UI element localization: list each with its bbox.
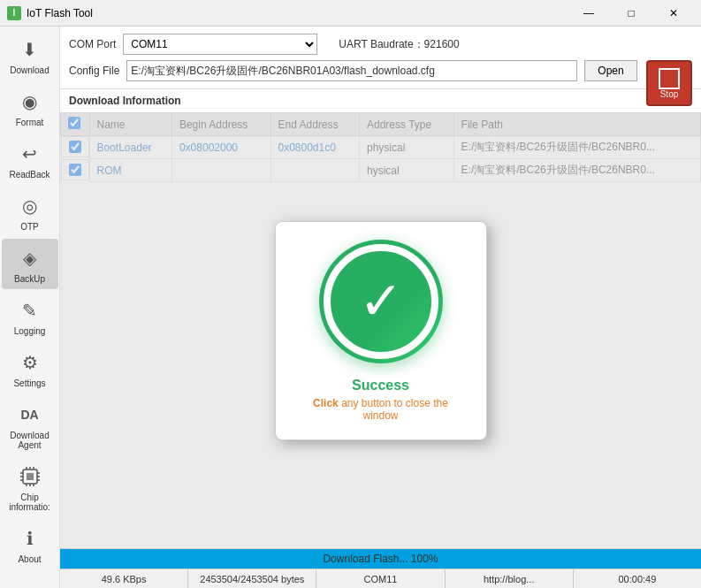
com-port-label: COM Port xyxy=(69,38,116,50)
window-title: IoT Flash Tool xyxy=(27,7,568,19)
stop-icon xyxy=(659,68,680,89)
progress-bar-container: Download Flash... 100% xyxy=(60,549,701,569)
config-area: COM Port COM11 UART Baudrate：921600 Conf… xyxy=(60,27,701,89)
close-button[interactable]: ✕ xyxy=(653,0,694,27)
sidebar-label-da: DownloadAgent xyxy=(10,431,49,450)
com-port-select[interactable]: COM11 xyxy=(123,34,317,55)
stop-inner-square xyxy=(660,70,678,88)
sidebar-label-about: About xyxy=(18,554,41,564)
readback-icon: ↩ xyxy=(16,140,44,168)
window-controls: — □ ✕ xyxy=(568,0,694,27)
status-port: COM11 xyxy=(316,569,445,588)
open-button[interactable]: Open xyxy=(584,60,637,81)
table-container: Name Begin Address End Address Address T… xyxy=(60,112,701,548)
logging-icon: ✎ xyxy=(16,296,44,325)
sidebar-item-download[interactable]: ⬇ Download xyxy=(2,30,58,80)
sidebar: ⬇ Download ◉ Format ↩ ReadBack ◎ OTP ◈ B… xyxy=(0,27,60,588)
minimize-button[interactable]: — xyxy=(568,0,609,27)
progress-text: Download Flash... 100% xyxy=(60,549,701,569)
checkmark-icon: ✓ xyxy=(359,275,403,328)
sidebar-item-otp[interactable]: ◎ OTP xyxy=(2,187,58,237)
config-file-label: Config File xyxy=(69,65,119,77)
stop-label: Stop xyxy=(660,89,679,99)
title-bar: I IoT Flash Tool — □ ✕ xyxy=(0,0,701,27)
success-title: Success xyxy=(352,378,409,393)
config-file-row: Config File Open xyxy=(69,60,637,81)
success-overlay[interactable]: ✓ Success Click any button to close the … xyxy=(60,112,701,548)
any-button-text: any button to close the window xyxy=(339,397,448,422)
success-circle: ✓ xyxy=(319,240,443,363)
click-text: Click xyxy=(313,397,339,409)
backup-icon: ◈ xyxy=(16,244,44,272)
settings-icon: ⚙ xyxy=(16,348,44,377)
baud-rate-label: UART Baudrate：921600 xyxy=(339,37,459,52)
about-icon: ℹ xyxy=(16,524,44,553)
sidebar-label-readback: ReadBack xyxy=(9,170,50,179)
chip-icon xyxy=(16,462,44,491)
app-icon: I xyxy=(7,6,21,20)
sidebar-item-about[interactable]: ℹ About xyxy=(2,519,58,569)
status-speed: 49.6 KBps xyxy=(60,569,188,588)
stop-button[interactable]: Stop xyxy=(646,60,692,106)
bottom-area: Download Flash... 100% 49.6 KBps 2453504… xyxy=(60,548,701,588)
content-area: COM Port COM11 UART Baudrate：921600 Conf… xyxy=(60,27,701,588)
sidebar-label-otp: OTP xyxy=(20,222,39,232)
otp-icon: ◎ xyxy=(16,192,44,220)
sidebar-label-backup: BackUp xyxy=(14,274,45,284)
sidebar-item-chip[interactable]: Chip informatio: xyxy=(2,457,58,517)
sidebar-item-settings[interactable]: ⚙ Settings xyxy=(2,343,58,393)
status-bar: 49.6 KBps 2453504/2453504 bytes COM11 ht… xyxy=(60,569,701,588)
sidebar-item-backup[interactable]: ◈ BackUp xyxy=(2,239,58,289)
format-icon: ◉ xyxy=(16,88,44,116)
da-icon: DA xyxy=(16,401,44,429)
com-port-row: COM Port COM11 UART Baudrate：921600 xyxy=(69,34,637,55)
main-layout: ⬇ Download ◉ Format ↩ ReadBack ◎ OTP ◈ B… xyxy=(0,27,701,588)
sidebar-label-download: Download xyxy=(10,65,49,75)
status-bytes: 2453504/2453504 bytes xyxy=(188,569,316,588)
sidebar-label-logging: Logging xyxy=(14,326,46,336)
download-icon: ⬇ xyxy=(16,35,44,64)
sidebar-item-logging[interactable]: ✎ Logging xyxy=(2,291,58,341)
success-subtitle: Click any button to close the window xyxy=(302,397,460,422)
maximize-button[interactable]: □ xyxy=(611,0,651,27)
sidebar-item-da[interactable]: DA DownloadAgent xyxy=(2,395,58,455)
sidebar-label-chip: Chip informatio: xyxy=(5,493,55,512)
sidebar-label-format: Format xyxy=(16,118,44,127)
sidebar-label-settings: Settings xyxy=(13,378,45,388)
svg-rect-1 xyxy=(27,473,34,480)
status-url: http://blog... xyxy=(446,569,574,588)
config-file-input[interactable] xyxy=(126,60,577,81)
success-box: ✓ Success Click any button to close the … xyxy=(275,221,487,440)
status-time: 00:00:49 xyxy=(574,569,701,588)
download-info-header: Download Information xyxy=(60,89,701,112)
sidebar-item-format[interactable]: ◉ Format xyxy=(2,82,58,133)
sidebar-item-readback[interactable]: ↩ ReadBack xyxy=(2,134,58,185)
